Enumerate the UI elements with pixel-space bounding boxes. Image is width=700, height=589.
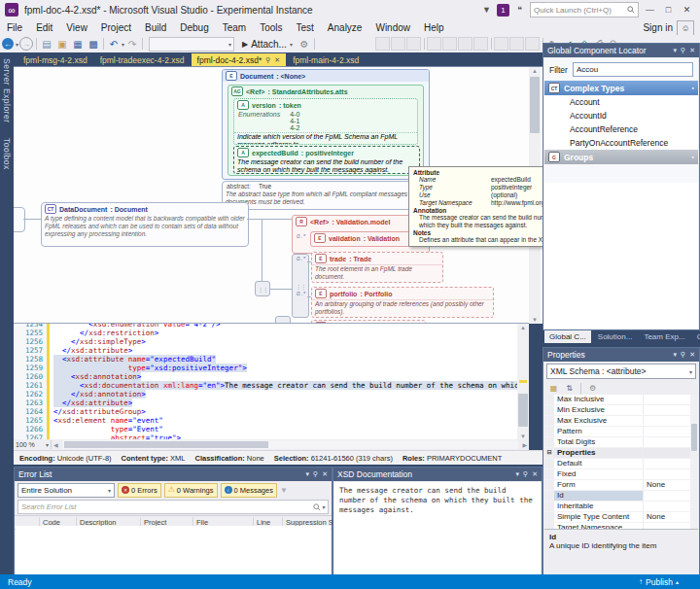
close-icon[interactable]: ✕ <box>532 470 538 478</box>
properties-object-selector[interactable]: XML Schema : <attribute>▾ <box>546 364 696 379</box>
doc-tab[interactable]: fpml-main-4-2.xsd <box>287 53 365 66</box>
menu-help[interactable]: Help <box>417 19 451 35</box>
menu-analyze[interactable]: Analyze <box>321 19 369 35</box>
publish-button[interactable]: ↑ Publish ▴ <box>639 577 679 587</box>
designer-trade-box[interactable]: Etrade: Trade The root element in an FpM… <box>311 252 443 283</box>
property-row[interactable]: Inheritable <box>544 502 698 512</box>
code-line[interactable]: 1263 </xsd:attribute> <box>14 398 529 407</box>
doc-tab[interactable]: fpml-msg-4-2.xsd <box>18 53 93 66</box>
configuration-combobox[interactable]: ▾ <box>149 37 234 52</box>
error-list-titlebar[interactable]: Error List ▾⚲✕ <box>15 468 332 481</box>
menu-edit[interactable]: Edit <box>29 19 59 35</box>
xml-editor[interactable]: 1254 <xsd:enumeration value="4-2"/>1255 … <box>14 323 529 440</box>
designer-expectedbuild-box[interactable]: AexpectedBuild: positiveInteger The mess… <box>233 146 420 174</box>
tool-icon-disabled[interactable] <box>525 37 540 51</box>
menu-team[interactable]: Team <box>216 19 253 35</box>
tool-icon-disabled[interactable] <box>427 37 441 51</box>
editor-hscrollbar[interactable]: 100 %▾ ◀ ▶ <box>14 439 529 450</box>
tool-icon-disabled[interactable] <box>391 37 405 51</box>
redo-icon[interactable]: ↷ <box>124 37 140 52</box>
tool-icon-disabled[interactable] <box>509 37 524 51</box>
attach-button[interactable]: ▶ Attach... ▾ <box>238 39 297 50</box>
locator-item[interactable]: AccountReference <box>544 122 698 136</box>
property-row[interactable]: Pattern <box>544 427 698 437</box>
code-line[interactable]: 1255 </xsd:restriction> <box>14 329 529 337</box>
window-menu-icon[interactable]: ▾ <box>305 470 309 478</box>
hscroll-thumb[interactable] <box>64 441 268 448</box>
groups-group-header[interactable]: G Groups ▪ <box>544 150 698 164</box>
menu-build[interactable]: Build <box>138 19 173 35</box>
property-row[interactable]: Min Exclusive <box>544 405 698 416</box>
code-line[interactable]: 1256 </xsd:simpleType> <box>14 337 529 346</box>
group-pin-icon[interactable]: ▪ <box>692 154 694 160</box>
designer-validation-box[interactable]: Evalidation: Validation <box>310 231 423 247</box>
designer-portfolio-box[interactable]: Eportfolio: Portfolio An arbitrary group… <box>311 287 494 318</box>
close-icon[interactable]: ✕ <box>322 470 328 478</box>
editor-zoom-select[interactable]: 100 %▾ <box>14 440 52 449</box>
property-pages-icon[interactable]: ⚙ <box>586 383 599 394</box>
toolbox-tab[interactable]: Toolbox <box>2 138 12 170</box>
property-row[interactable]: Max Inclusive <box>544 395 698 405</box>
errors-toggle[interactable]: ✕0 Errors <box>118 483 161 498</box>
tool-icon-disabled[interactable] <box>473 37 488 51</box>
code-line[interactable]: 1261 <xsd:documentation xml:lang="en">Th… <box>14 381 529 390</box>
window-menu-icon[interactable]: ▾ <box>515 470 519 478</box>
window-menu-icon[interactable]: ▾ <box>673 47 677 54</box>
error-scope-combobox[interactable]: Entire Solution▾ <box>18 483 115 498</box>
filter-input[interactable]: Accou <box>573 62 693 77</box>
user-avatar-icon[interactable]: ☺ <box>677 20 694 36</box>
maximize-button[interactable]: □ <box>661 3 676 17</box>
property-row[interactable]: Fixed <box>544 469 698 480</box>
tool-icon-disabled[interactable] <box>458 37 472 51</box>
property-row[interactable]: Simple Type ContentNone <box>544 512 698 523</box>
designer-version-box[interactable]: Aversion: token Enumerations 4-04-14-2 I… <box>233 98 418 145</box>
tool-icon-disabled[interactable] <box>494 37 508 51</box>
dock-tab-classview[interactable]: Class View <box>692 330 700 343</box>
sequence-group-icon[interactable]: ⋮⋮ <box>292 254 309 318</box>
code-line[interactable]: 1262 </xsd:annotation> <box>14 390 529 398</box>
code-line[interactable]: 1266 type="Event" <box>14 425 529 433</box>
code-line[interactable]: 1264</xsd:attributeGroup> <box>14 407 529 416</box>
feedback-icon[interactable]: ❝ <box>513 4 526 17</box>
pin-icon[interactable]: ⚲ <box>681 47 685 54</box>
menu-project[interactable]: Project <box>94 19 138 35</box>
alphabetical-icon[interactable]: ⇅ <box>563 383 576 394</box>
warnings-toggle[interactable]: ⚠0 Warnings <box>164 483 218 498</box>
group-pin-icon[interactable]: ▪ <box>692 85 694 91</box>
scroll-right-arrow[interactable]: ▶ <box>520 441 529 448</box>
pin-icon[interactable]: ⚲ <box>523 470 528 478</box>
server-explorer-tab[interactable]: Server Explorer <box>2 58 12 123</box>
pin-icon[interactable]: ⚲ <box>681 351 685 359</box>
dock-tab-globalc[interactable]: Global C... <box>544 330 591 343</box>
notification-badge[interactable]: 1 <box>497 4 509 17</box>
properties-grid[interactable]: Max InclusiveMin ExclusiveMax ExclusiveP… <box>544 395 698 535</box>
categorized-icon[interactable]: ▦ <box>547 383 560 394</box>
sign-in-link[interactable]: Sign in <box>643 19 673 35</box>
tool-icon-disabled[interactable] <box>406 37 421 51</box>
properties-scrollbar[interactable] <box>690 395 698 535</box>
filter-notification-icon[interactable]: ▼ <box>480 4 493 17</box>
close-button[interactable]: ✕ <box>680 3 694 17</box>
property-row[interactable]: Default <box>544 459 698 469</box>
property-row[interactable]: ⊟Properties <box>544 448 698 459</box>
editor-scrollbar[interactable]: ▲ ▼ <box>517 324 529 440</box>
quick-launch-input[interactable]: Quick Launch (Ctrl+Q) <box>530 2 639 17</box>
messages-toggle[interactable]: i0 Messages <box>221 483 277 498</box>
code-line[interactable]: 1265<xsd:element name="event" <box>14 416 529 425</box>
scroll-left-arrow[interactable]: ◀ <box>52 441 60 448</box>
xsd-doc-titlebar[interactable]: XSD Documentation ▾⚲✕ <box>333 468 542 481</box>
navigate-back-icon[interactable]: ← <box>0 37 16 52</box>
doc-tab[interactable]: fpml-doc-4-2.xsd*⚲✕ <box>192 53 287 66</box>
locator-item[interactable]: PartyOnAccountReference <box>544 136 698 150</box>
filter-icon[interactable]: ▼ <box>280 486 288 495</box>
xsd-designer-surface[interactable]: EDocument: <None> AG<Ref>: StandardAttri… <box>14 66 542 324</box>
property-row[interactable]: Id <box>544 491 698 502</box>
properties-titlebar[interactable]: Properties ▾⚲✕ <box>543 348 699 362</box>
tool-icon-disabled[interactable] <box>442 37 457 51</box>
close-icon[interactable]: ✕ <box>689 351 695 359</box>
open-file-icon[interactable]: ▣ <box>54 37 70 52</box>
property-row[interactable]: FormNone <box>544 480 698 491</box>
sequence-icon[interactable]: ⋮⋮ <box>255 281 270 296</box>
error-list-search[interactable]: Search Error List ▾ <box>18 500 329 514</box>
error-list-body[interactable] <box>16 526 331 574</box>
